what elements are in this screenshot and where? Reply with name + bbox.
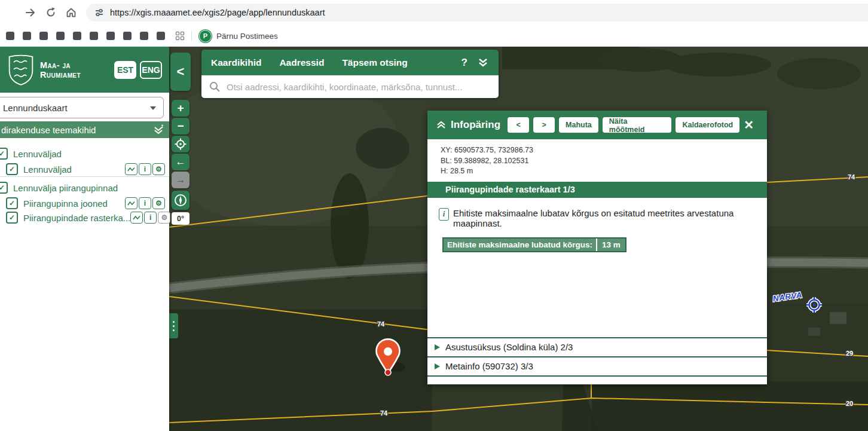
checkbox-layer1[interactable]: ✓ (6, 163, 18, 175)
oblique-photos-button[interactable]: Kaldaerofotod (676, 117, 739, 133)
browser-chrome: https://xgis.maaamet.ee/xgis2/page/app/l… (0, 0, 868, 47)
contour-label-74-right: 74 (848, 173, 855, 181)
bookmark-favicon[interactable] (123, 32, 132, 40)
bookmark-favicon[interactable] (23, 32, 31, 40)
coord-xy: XY: 6590573.75, 732986.73 (441, 145, 767, 156)
height-label: Ehitiste maksimaalne lubatud kõrgus: (444, 239, 596, 251)
tab-aadressid[interactable]: Aadressid (279, 57, 324, 68)
layer-group-lennuvaljad: ✓ Lennuväljad (0, 146, 167, 161)
info-panel-header: Infopäring < > Mahuta Näita mõõtmeid Kal… (427, 111, 767, 139)
group1-label: Lennuväljad (13, 149, 62, 159)
fit-button[interactable]: Mahuta (559, 117, 598, 133)
site-settings-icon[interactable] (94, 8, 104, 17)
close-icon[interactable]: ✕ (744, 118, 759, 132)
locate-icon (174, 137, 187, 151)
checkbox-group2[interactable]: ✓ (0, 182, 8, 194)
browser-toolbar: https://xgis.maaamet.ee/xgis2/page/app/l… (0, 0, 868, 25)
layer-row-rasterkaart: ✓ Piirangupindade rasterka... i ⚙ (6, 210, 165, 225)
zoom-in-button[interactable]: + (172, 100, 190, 117)
address-bar[interactable]: https://xgis.maaamet.ee/xgis2/page/app/l… (86, 4, 868, 22)
search-input[interactable] (225, 81, 499, 93)
expand-triangle-icon (435, 363, 440, 369)
bookmark-favicon[interactable] (39, 32, 48, 40)
checkbox-layer3[interactable]: ✓ (6, 212, 18, 224)
accordion-asustusyksus[interactable]: Asustusüksus (Soldina küla) 2/3 (427, 337, 767, 356)
rotation-readout[interactable]: 0° (172, 212, 190, 225)
legend-line-icon[interactable] (130, 212, 143, 224)
info-icon[interactable]: i (139, 163, 151, 175)
legend-line-icon[interactable] (125, 197, 137, 209)
layer-divider (0, 176, 169, 177)
themes-bar-title: dirakenduse teemakihid (1, 125, 96, 135)
sidebar-drag-handle[interactable] (169, 313, 178, 338)
layer3-label: Piirangupindade rasterka... (23, 213, 130, 223)
show-measures-button[interactable]: Näita mõõtmeid (603, 117, 672, 133)
layers-sidebar: Maa- ja Ruumiamet EST ENG Lennunduskaart… (0, 47, 169, 431)
info-icon[interactable]: i (139, 197, 151, 209)
collapse-up-icon[interactable] (436, 120, 447, 130)
layer2-label: Piirangupinna jooned (23, 198, 108, 209)
forward-icon[interactable] (20, 2, 41, 23)
checkbox-layer2[interactable]: ✓ (6, 197, 18, 209)
locate-button[interactable] (172, 136, 190, 152)
org-name: Maa- ja Ruumiamet (40, 60, 111, 80)
legend-info-icon[interactable] (152, 124, 164, 135)
collapse-panel-icon[interactable] (477, 57, 489, 68)
lang-est-button[interactable]: EST (114, 61, 136, 79)
layer-row-jooned: ✓ Piirangupinna jooned i ⚙ (6, 196, 165, 210)
apps-grid-icon[interactable] (176, 32, 184, 40)
gear-icon[interactable]: ⚙ (152, 163, 165, 175)
bookmarks-bar: P Pärnu Postimees (0, 25, 868, 47)
tab-tapsem-otsing[interactable]: Täpsem otsing (342, 57, 407, 68)
compass-button[interactable] (172, 191, 190, 210)
bookmarks-separator (191, 30, 192, 41)
bookmark-favicon[interactable] (56, 32, 65, 40)
group2-label: Lennuvälja piirangupinnad (13, 183, 118, 193)
checkbox-group1[interactable]: ✓ (0, 148, 8, 160)
note-text: Ehitiste maksimaalne lubatav kõrgus on e… (453, 208, 756, 228)
zoom-out-button[interactable]: − (172, 118, 190, 135)
bookmark-favicon[interactable] (6, 32, 14, 40)
bookmark-favicon[interactable] (73, 32, 81, 40)
reload-icon[interactable] (41, 2, 61, 23)
help-button[interactable]: ? (461, 57, 467, 69)
tab-kaardikihid[interactable]: Kaardikihid (211, 57, 261, 68)
home-icon[interactable] (61, 2, 81, 23)
search-panel-header: Kaardikihid Aadressid Täpsem otsing ? (201, 50, 499, 75)
themes-bar[interactable]: dirakenduse teemakihid (0, 121, 169, 138)
result-section-header[interactable]: Piirangupindade rasterkaart 1/3 (427, 182, 767, 198)
xgis-app: 74 74 29 74 20 NARVA (0, 47, 868, 431)
contour-label-29: 29 (846, 350, 853, 357)
gear-icon[interactable]: ⚙ (152, 197, 165, 209)
gear-icon-disabled[interactable]: ⚙ (158, 212, 170, 224)
info-panel-title: Infopäring (451, 119, 500, 131)
screen: https://xgis.maaamet.ee/xgis2/page/app/l… (0, 0, 868, 431)
contour-label-74-mid: 74 (377, 320, 385, 328)
app-dropdown[interactable]: Lennunduskaart (0, 97, 164, 118)
note-row: i Ehitiste maksimaalne lubatav kõrgus on… (427, 198, 767, 228)
postimees-favicon[interactable]: P (199, 30, 212, 42)
layer-row-lennuvaljad: ✓ Lennuväljad i ⚙ (6, 162, 165, 176)
info-icon[interactable]: i (144, 212, 157, 224)
next-result-button[interactable]: > (533, 117, 555, 133)
history-back-button[interactable]: ← (172, 154, 190, 170)
legend-line-icon[interactable] (125, 163, 137, 175)
bookmark-favicon[interactable] (157, 32, 165, 40)
history-forward-button[interactable]: → (172, 172, 190, 188)
prev-result-button[interactable]: < (508, 117, 529, 133)
sidebar-collapse-button[interactable]: < (170, 53, 191, 91)
height-result-box: Ehitiste maksimaalne lubatud kõrgus: 13 … (442, 237, 626, 252)
layer-group-piirangupinnad: ✓ Lennuvälja piirangupinnad (0, 181, 167, 195)
coord-h: H: 28.5 m (441, 166, 767, 177)
bookmark-favicon[interactable] (90, 32, 98, 40)
bookmark-postimees[interactable]: Pärnu Postimees (216, 32, 278, 41)
search-panel-body (201, 75, 499, 98)
search-icon (209, 81, 220, 92)
url-text: https://xgis.maaamet.ee/xgis2/page/app/l… (110, 8, 325, 17)
bookmark-favicon[interactable] (140, 32, 148, 40)
expand-triangle-icon (435, 344, 440, 350)
accordion-metainfo[interactable]: Metainfo (590732) 3/3 (427, 356, 767, 375)
info-panel: Infopäring < > Mahuta Näita mõõtmeid Kal… (427, 111, 767, 384)
lang-eng-button[interactable]: ENG (140, 61, 162, 79)
bookmark-favicon[interactable] (106, 32, 115, 40)
